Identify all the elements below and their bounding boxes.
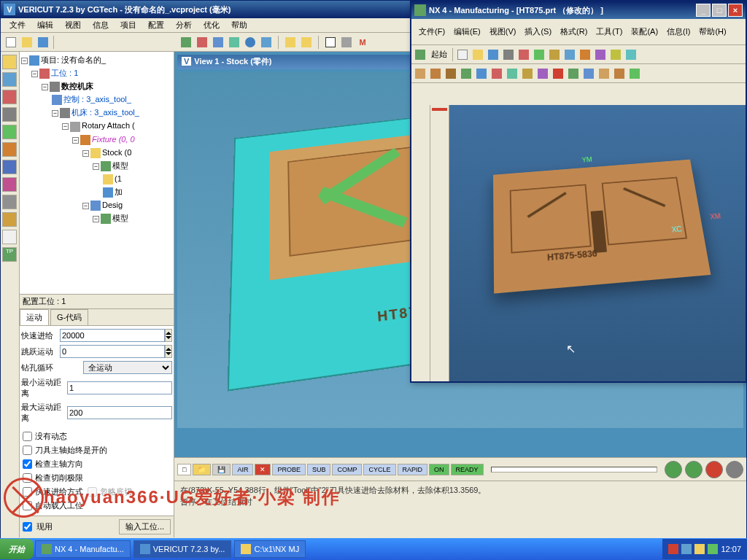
nx-tb-4[interactable] <box>501 47 516 62</box>
vtb-9[interactable] <box>2 195 17 209</box>
chk-no-dynamic[interactable] <box>23 432 32 441</box>
vtb-2[interactable] <box>2 72 17 87</box>
tree-rotary[interactable]: Rotary Attach ( <box>82 121 135 130</box>
tray-icon-1[interactable] <box>668 544 678 554</box>
tb-undo[interactable] <box>283 35 298 50</box>
pause-button[interactable] <box>705 461 723 478</box>
tab-motion[interactable]: 运动 <box>20 309 49 325</box>
nx-tb-5[interactable] <box>516 47 531 62</box>
vtb-7[interactable] <box>2 160 17 174</box>
play-button[interactable] <box>665 461 682 478</box>
menu-view[interactable]: 视图 <box>59 18 87 32</box>
nx-tb-6[interactable] <box>532 47 546 62</box>
vtb-1[interactable] <box>2 55 17 69</box>
menu-file[interactable]: 文件 <box>4 18 31 32</box>
tree-expand[interactable]: − <box>93 216 99 222</box>
tb-vc[interactable] <box>179 35 193 50</box>
sb-rapid[interactable]: RAPID <box>398 464 428 475</box>
tb-tp2[interactable] <box>227 35 241 50</box>
sb-sub[interactable]: SUB <box>307 464 331 475</box>
tab-gcode[interactable]: G-代码 <box>50 309 88 325</box>
tb-open[interactable] <box>20 35 34 50</box>
start-button[interactable]: 开始 <box>0 539 34 559</box>
sb-probe[interactable]: PROBE <box>272 464 306 475</box>
tb-wire[interactable] <box>323 35 338 50</box>
tree-expand[interactable]: − <box>52 110 58 117</box>
vtb-5[interactable] <box>2 125 17 139</box>
nx-viewport[interactable]: YM XM XC HT875-5836 ↖ <box>449 105 746 381</box>
sb-open[interactable]: 📁 <box>193 464 211 475</box>
nx-tb2-7[interactable] <box>505 66 519 81</box>
chk-spindle-on[interactable] <box>23 446 32 455</box>
chk-auto-load[interactable] <box>23 501 32 510</box>
task-item-1[interactable]: NX 4 - Manufactu... <box>35 540 131 558</box>
tree-model2[interactable]: 模型 <box>112 214 128 222</box>
min-input[interactable] <box>67 381 172 394</box>
menu-info[interactable]: 信息 <box>87 18 115 32</box>
tb-redo[interactable] <box>299 35 314 50</box>
rapid-input[interactable] <box>60 329 165 342</box>
menu-optimize[interactable]: 优化 <box>198 18 225 32</box>
nx-tb2-9[interactable] <box>535 66 550 81</box>
nx-tb-7[interactable] <box>547 47 562 62</box>
tree-machine[interactable]: 机床 : 3_axis_tool_ <box>71 108 139 117</box>
tree-expand[interactable]: − <box>72 137 79 144</box>
nx-start-label[interactable]: 起始 <box>428 49 450 60</box>
nx-tb-10[interactable] <box>593 47 608 62</box>
nx-menu-view[interactable]: 视图(V) <box>485 25 521 39</box>
tree-stock[interactable]: Stock (0 <box>102 148 131 157</box>
tree-expand[interactable]: − <box>82 150 89 157</box>
vtb-8[interactable] <box>2 177 17 192</box>
nx-tb2-8[interactable] <box>520 66 535 81</box>
nx-menu-assy[interactable]: 装配(A) <box>627 25 662 39</box>
nx-tb-12[interactable] <box>624 47 638 62</box>
nx-tb2-2[interactable] <box>428 66 443 81</box>
sb-new[interactable]: □ <box>177 464 191 475</box>
tb-new[interactable] <box>4 35 18 50</box>
tray-icon-3[interactable] <box>694 544 705 554</box>
nx-tb-9[interactable] <box>578 47 592 62</box>
vtb-4[interactable] <box>2 107 17 122</box>
vtb-12[interactable]: TP <box>2 247 17 262</box>
nx-tb2-15[interactable] <box>627 66 642 81</box>
nx-close[interactable]: × <box>728 4 743 17</box>
sb-on[interactable]: ON <box>429 464 449 475</box>
tree-fixture[interactable]: Fixture (0, 0 <box>92 135 135 144</box>
tree-design[interactable]: Desig <box>102 201 123 209</box>
vtb-6[interactable] <box>2 142 17 157</box>
vtb-3[interactable] <box>2 90 17 104</box>
task-item-3[interactable]: C:\x1\NX MJ <box>234 540 306 558</box>
tree-expand[interactable]: − <box>62 123 69 130</box>
nx-tb2-12[interactable] <box>581 66 596 81</box>
tb-globe[interactable] <box>243 35 258 50</box>
sb-cycle[interactable]: CYCLE <box>363 464 395 475</box>
nx-tb2-6[interactable] <box>489 66 504 81</box>
jump-input[interactable] <box>60 345 165 358</box>
nx-menu-tools[interactable]: 工具(T) <box>592 25 627 39</box>
nx-start-btn[interactable] <box>413 47 427 62</box>
nx-tb2-1[interactable] <box>413 66 427 81</box>
tb-save[interactable] <box>36 35 50 50</box>
chk-current[interactable] <box>23 522 32 532</box>
chk-fast-mode[interactable] <box>23 487 32 497</box>
tree-expand[interactable]: − <box>21 58 28 64</box>
jump-spinner[interactable] <box>165 345 172 358</box>
menu-config[interactable]: 配置 <box>142 18 170 32</box>
menu-project[interactable]: 项目 <box>115 18 142 32</box>
nx-menu-format[interactable]: 格式(R) <box>556 25 592 39</box>
stop-button[interactable] <box>726 461 743 478</box>
system-tray[interactable]: 12:07 <box>662 539 747 559</box>
clock[interactable]: 12:07 <box>721 545 741 553</box>
vtb-10[interactable] <box>2 212 17 227</box>
nx-tb2-11[interactable] <box>566 66 581 81</box>
rapid-spinner[interactable] <box>165 329 172 342</box>
tb-m[interactable]: M <box>355 35 370 50</box>
chk-check-dir[interactable] <box>23 459 32 469</box>
nx-menu-edit[interactable]: 编辑(E) <box>449 25 485 39</box>
step-button[interactable] <box>685 461 703 478</box>
nx-menu-file[interactable]: 文件(F) <box>414 25 449 39</box>
nx-menu-info[interactable]: 信息(I) <box>662 25 694 39</box>
sb-save[interactable]: 💾 <box>212 464 231 475</box>
nx-tb2-3[interactable] <box>444 66 458 81</box>
tree-control[interactable]: 控制 : 3_axis_tool_ <box>63 95 131 104</box>
